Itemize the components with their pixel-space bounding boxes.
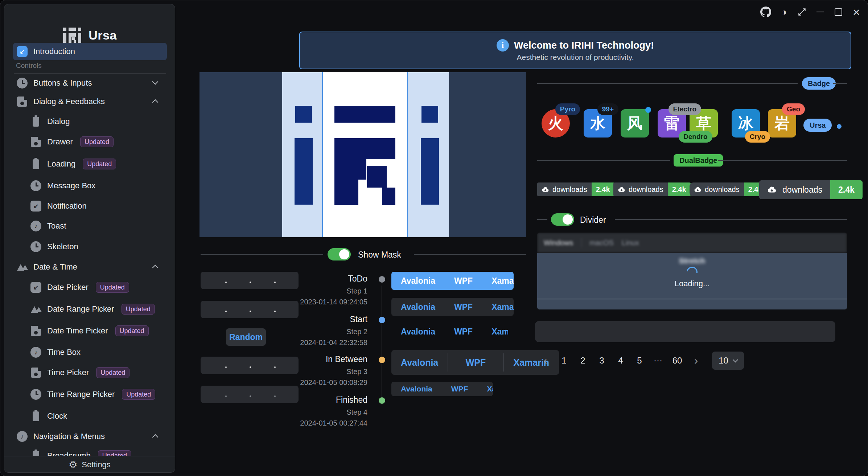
sidebar-item-label: Buttons & Inputs [33, 78, 92, 88]
sidebar-item-message-box[interactable]: Message Box [13, 177, 167, 194]
sidebar-item-time-picker[interactable]: Time Picker Updated [13, 364, 167, 381]
settings-label: Settings [82, 460, 111, 469]
button-group-solid: Avalonia WPF Xamarin [391, 272, 514, 290]
logo-pixel [334, 180, 358, 205]
github-icon[interactable] [759, 5, 772, 19]
app-logo-icon [62, 25, 82, 45]
settings-button[interactable]: Settings [4, 456, 175, 473]
wpf-button[interactable]: WPF [445, 325, 482, 338]
page-button-60[interactable]: 60 [669, 352, 685, 369]
avatar-char: 草 [696, 113, 711, 134]
sidebar-item-label: Message Box [47, 181, 95, 190]
badge-cryo: Cryo [745, 131, 770, 143]
text-input[interactable] [535, 321, 835, 342]
page-button-3[interactable]: 3 [594, 352, 610, 369]
sidebar-item-date-range-picker[interactable]: Date Range Picker Updated [13, 300, 167, 318]
app-window: Ursa Introduction Controls Buttons & Inp… [0, 0, 868, 476]
tab-linux[interactable]: Linux [622, 239, 639, 247]
close-button[interactable] [850, 5, 863, 19]
sidebar-item-skeleton[interactable]: Skeleton [13, 238, 167, 255]
xamarin-button[interactable]: Xamarin [482, 325, 508, 338]
sidebar-item-time-box[interactable]: Time Box [13, 344, 167, 361]
tab-macos[interactable]: macOS [589, 239, 614, 247]
avalonia-button[interactable]: Avalonia [391, 298, 445, 316]
page-button-5[interactable]: 5 [632, 352, 647, 369]
tab-strip: Windows macOS Linux [537, 233, 847, 253]
badge-dot [645, 107, 651, 113]
sidebar-item-label: Skeleton [47, 242, 78, 251]
logo-pixel [334, 138, 395, 159]
xamarin-button[interactable]: Xamarin [482, 298, 514, 316]
sidebar-item-label: Time Range Picker [47, 390, 115, 399]
sidebar-item-date-time-picker[interactable]: Date Time Picker Updated [13, 322, 167, 340]
battery-icon [33, 411, 39, 421]
avatar-pyro: 火 Pyro [542, 109, 570, 138]
fullscreen-icon[interactable] [795, 5, 809, 19]
avalonia-button[interactable]: Avalonia [391, 382, 442, 396]
badge-geo: Geo [782, 103, 805, 115]
step-sub: Step 1 [254, 287, 367, 295]
clock-icon [30, 389, 41, 400]
avalonia-button[interactable]: Avalonia [391, 350, 448, 375]
downloads-label: downloads [552, 185, 587, 194]
avatar-anemo: 风 [621, 109, 649, 138]
show-mask-toggle[interactable] [328, 248, 351, 260]
page-button-4[interactable]: 4 [613, 352, 629, 369]
sidebar-item-notification[interactable]: Notification [13, 197, 167, 215]
trees-icon [17, 262, 28, 272]
xamarin-button[interactable]: Xamarin [477, 382, 493, 396]
sidebar-item-drawer[interactable]: Drawer Updated [13, 133, 167, 151]
wpf-button[interactable]: WPF [442, 382, 478, 396]
arrow-square-icon [30, 201, 41, 212]
chevron-up-icon [152, 99, 159, 106]
sidebar-item-clock[interactable]: Clock [13, 407, 167, 425]
avatar-cryo: 冰 Cryo [732, 109, 760, 138]
wpf-button[interactable]: WPF [445, 298, 482, 316]
loading-spinner-icon [684, 264, 700, 280]
page-button-1[interactable]: 1 [556, 352, 572, 369]
cloud-download-icon [767, 185, 777, 194]
sidebar-item-loading[interactable]: Loading Updated [13, 155, 167, 173]
logo-pixel [421, 106, 438, 123]
sidebar-item-introduction[interactable]: Introduction [13, 43, 167, 60]
logo-pixel [295, 106, 312, 123]
page-button-2[interactable]: 2 [575, 352, 591, 369]
logo-pixel [295, 138, 313, 205]
info-icon [497, 39, 509, 52]
sidebar-group-date-time[interactable]: Date & Time [13, 258, 167, 276]
sidebar-item-time-range-picker[interactable]: Time Range Picker Updated [13, 386, 167, 403]
avalonia-button[interactable]: Avalonia [391, 272, 445, 290]
downloads-badge: downloads 2.4k [537, 182, 614, 196]
badge-pyro: Pyro [555, 103, 580, 115]
sidebar-divider [14, 73, 166, 74]
sidebar-group-navigation-menus[interactable]: Navigation & Menus [13, 428, 167, 445]
tab-windows[interactable]: Windows [544, 239, 573, 247]
xamarin-button[interactable]: Xamarin [482, 272, 514, 290]
button-group-ghost: Avalonia WPF Xamarin [391, 325, 508, 338]
sidebar-group-buttons-inputs[interactable]: Buttons & Inputs [13, 74, 167, 92]
sidebar-item-dialog[interactable]: Dialog [13, 113, 167, 130]
page-next-button[interactable]: › [688, 352, 704, 369]
updated-badge: Updated [115, 325, 149, 336]
sidebar-item-date-picker[interactable]: Date Picker Updated [13, 279, 167, 296]
wpf-button[interactable]: WPF [448, 350, 503, 375]
badge-section-pill: Badge [802, 77, 836, 90]
divider-toggle[interactable] [551, 213, 574, 226]
downloads-label: downloads [782, 185, 822, 195]
avatar-char: 雷 [664, 113, 679, 134]
downloads-label: downloads [629, 185, 663, 194]
maximize-button[interactable] [832, 5, 845, 19]
sidebar-group-dialog-feedbacks[interactable]: Dialog & Feedbacks [13, 93, 167, 110]
badge-99plus: 99+ [597, 103, 618, 115]
theme-toggle-icon[interactable] [777, 5, 790, 19]
page-prev-button[interactable]: ‹ [537, 352, 553, 369]
minimize-button[interactable] [814, 5, 827, 19]
page-ellipsis[interactable]: ⋯ [650, 352, 666, 369]
sidebar-item-toast[interactable]: Toast [13, 217, 167, 235]
downloads-count: 2.4k [830, 180, 863, 199]
page-size-value: 10 [719, 356, 728, 366]
introduction-icon [17, 46, 28, 57]
page-size-select[interactable]: 10 [712, 352, 744, 370]
avalonia-button[interactable]: Avalonia [391, 325, 445, 338]
wpf-button[interactable]: WPF [445, 272, 482, 290]
